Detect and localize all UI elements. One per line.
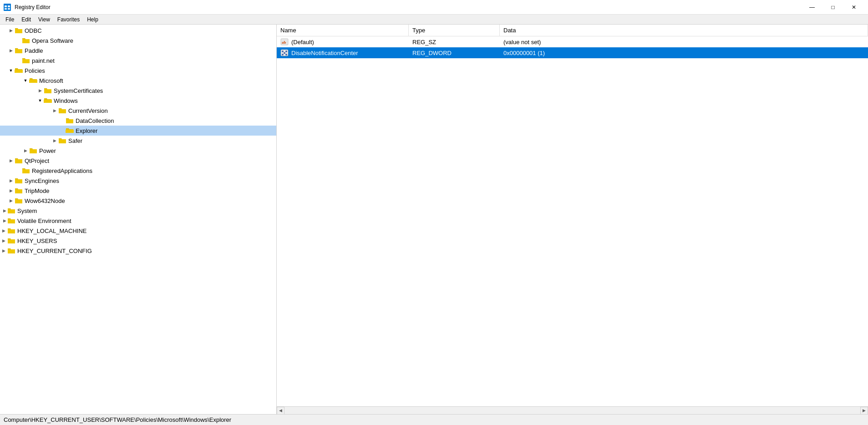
expand-tripmode[interactable]: ▶ xyxy=(7,187,15,194)
tree-item-paintnet[interactable]: paint.net xyxy=(0,56,276,66)
tree-item-system[interactable]: ▶ System xyxy=(0,206,276,216)
scroll-track[interactable] xyxy=(284,407,860,414)
svg-rect-2 xyxy=(8,5,10,7)
menu-view[interactable]: View xyxy=(35,15,54,24)
expand-currentversion[interactable]: ▶ xyxy=(51,107,58,114)
tree-content[interactable]: ▶ ODBC Opera Software ▶ Padd xyxy=(0,25,276,414)
svg-point-9 xyxy=(285,51,287,52)
tree-item-odbc[interactable]: ▶ ODBC xyxy=(0,25,276,35)
svg-point-11 xyxy=(285,54,287,56)
tree-label-power: Power xyxy=(39,147,56,154)
reg-row-default[interactable]: ab (Default) REG_SZ (value not set) xyxy=(277,36,868,47)
folder-icon-syncengines xyxy=(15,177,23,184)
folder-icon-hkcc xyxy=(7,247,15,254)
horizontal-scrollbar[interactable]: ◀ ▶ xyxy=(277,406,868,414)
tree-label-wow6432: Wow6432Node xyxy=(25,197,65,204)
expand-syscerts[interactable]: ▶ xyxy=(36,87,44,94)
svg-text:ab: ab xyxy=(282,40,286,45)
tree-label-regapps: RegisteredApplications xyxy=(32,167,92,174)
expand-hku[interactable]: ▶ xyxy=(0,237,7,244)
expand-odbc[interactable]: ▶ xyxy=(7,27,15,34)
menu-help[interactable]: Help xyxy=(83,15,102,24)
menu-edit[interactable]: Edit xyxy=(18,15,35,24)
expand-wow6432[interactable]: ▶ xyxy=(7,197,15,204)
col-header-name[interactable]: Name xyxy=(277,25,409,36)
expand-hklm[interactable]: ▶ xyxy=(0,227,7,234)
tree-item-opera[interactable]: Opera Software xyxy=(0,35,276,46)
expand-microsoft[interactable]: ▼ xyxy=(22,77,29,84)
expand-paddle[interactable]: ▶ xyxy=(7,47,15,54)
tree-label-system: System xyxy=(17,207,37,214)
tree-item-hklm[interactable]: ▶ HKEY_LOCAL_MACHINE xyxy=(0,226,276,236)
folder-icon-tripmode xyxy=(15,187,23,194)
tree-item-hkcc[interactable]: ▶ HKEY_CURRENT_CONFIG xyxy=(0,246,276,256)
minimize-button[interactable]: — xyxy=(802,0,822,15)
reg-type-default: REG_SZ xyxy=(409,39,500,46)
folder-icon-power xyxy=(29,147,37,154)
folder-icon-safer xyxy=(58,137,66,144)
scroll-right-btn[interactable]: ▶ xyxy=(860,407,868,415)
tree-label-tripmode: TripMode xyxy=(25,187,49,194)
column-headers: Name Type Data xyxy=(277,25,868,36)
registry-values-list[interactable]: ab (Default) REG_SZ (value not set) xyxy=(277,36,868,406)
folder-icon-hku xyxy=(7,237,15,244)
tree-item-wow6432[interactable]: ▶ Wow6432Node xyxy=(0,196,276,206)
title-bar-text: Registry Editor xyxy=(15,4,802,10)
scroll-left-btn[interactable]: ◀ xyxy=(277,407,284,415)
tree-item-volatile[interactable]: ▶ Volatile Environment xyxy=(0,216,276,226)
tree-item-power[interactable]: ▶ Power xyxy=(0,146,276,156)
tree-label-hkcc: HKEY_CURRENT_CONFIG xyxy=(17,248,92,254)
tree-item-explorer[interactable]: Explorer xyxy=(0,126,276,136)
close-button[interactable]: ✕ xyxy=(843,0,864,15)
expand-safer[interactable]: ▶ xyxy=(51,137,58,144)
tree-item-datacollection[interactable]: DataCollection xyxy=(0,116,276,126)
expand-volatile[interactable]: ▶ xyxy=(0,217,7,224)
expand-hkcc[interactable]: ▶ xyxy=(0,247,7,254)
folder-icon-qtproject xyxy=(15,157,23,164)
tree-item-paddle[interactable]: ▶ Paddle xyxy=(0,46,276,56)
reg-data-default: (value not set) xyxy=(500,39,868,46)
reg-data-disable-notif: 0x00000001 (1) xyxy=(500,50,868,56)
menu-favorites[interactable]: Favorites xyxy=(54,15,83,24)
folder-icon-hklm xyxy=(7,227,15,234)
folder-icon-wow6432 xyxy=(15,197,23,204)
svg-rect-1 xyxy=(5,5,7,7)
expand-power[interactable]: ▶ xyxy=(22,147,29,154)
folder-icon-syscerts xyxy=(44,87,52,94)
menu-file[interactable]: File xyxy=(2,15,18,24)
tree-item-windows[interactable]: ▼ Windows xyxy=(0,96,276,106)
expand-windows[interactable]: ▼ xyxy=(36,97,44,104)
reg-icon-ab: ab xyxy=(280,38,289,46)
status-path: Computer\HKEY_CURRENT_USER\SOFTWARE\Poli… xyxy=(4,416,231,423)
expand-syncengines[interactable]: ▶ xyxy=(7,177,15,184)
folder-icon-regapps xyxy=(22,167,30,174)
tree-label-currentversion: CurrentVersion xyxy=(68,107,108,114)
tree-label-qtproject: QtProject xyxy=(25,157,49,164)
tree-item-syncengines[interactable]: ▶ SyncEngines xyxy=(0,176,276,186)
reg-row-disable-notif[interactable]: DisableNotificationCenter REG_DWORD 0x00… xyxy=(277,47,868,58)
tree-label-volatile: Volatile Environment xyxy=(17,218,71,224)
main-area: ▶ ODBC Opera Software ▶ Padd xyxy=(0,25,868,414)
tree-item-safer[interactable]: ▶ Safer xyxy=(0,136,276,146)
expand-system[interactable]: ▶ xyxy=(0,207,7,214)
folder-icon-currentversion xyxy=(58,107,66,114)
tree-item-currentversion[interactable]: ▶ CurrentVersion xyxy=(0,106,276,116)
reg-name-default: ab (Default) xyxy=(277,38,409,46)
tree-item-syscerts[interactable]: ▶ SystemCertificates xyxy=(0,86,276,96)
tree-item-microsoft[interactable]: ▼ Microsoft xyxy=(0,76,276,86)
expand-qtproject[interactable]: ▶ xyxy=(7,157,15,164)
col-header-type[interactable]: Type xyxy=(409,25,500,36)
svg-point-12 xyxy=(284,52,285,54)
tree-item-regapps[interactable]: RegisteredApplications xyxy=(0,166,276,176)
folder-icon-policies xyxy=(15,67,23,74)
col-header-data[interactable]: Data xyxy=(500,25,868,36)
tree-item-hku[interactable]: ▶ HKEY_USERS xyxy=(0,236,276,246)
folder-icon-windows xyxy=(44,97,52,104)
tree-item-policies[interactable]: ▼ Policies xyxy=(0,66,276,76)
tree-item-tripmode[interactable]: ▶ TripMode xyxy=(0,186,276,196)
svg-rect-4 xyxy=(8,8,10,10)
menu-bar: File Edit View Favorites Help xyxy=(0,15,868,25)
expand-policies[interactable]: ▼ xyxy=(7,67,15,74)
maximize-button[interactable]: □ xyxy=(822,0,843,15)
tree-item-qtproject[interactable]: ▶ QtProject xyxy=(0,156,276,166)
